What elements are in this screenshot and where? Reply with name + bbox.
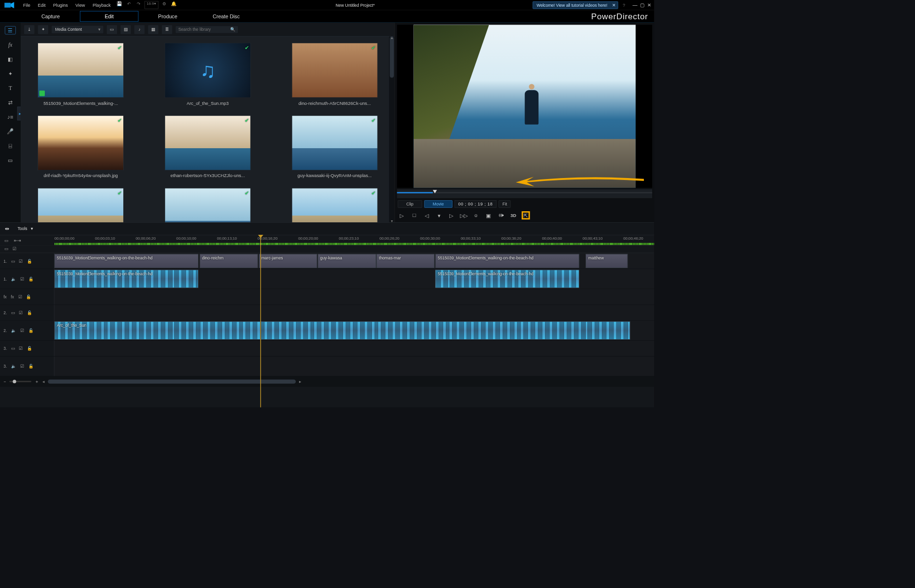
track-lane[interactable] (54, 341, 654, 356)
maximize-icon[interactable]: ▢ (640, 2, 644, 8)
preview-3d-toggle[interactable]: 3D (509, 211, 517, 219)
filter-image-icon[interactable]: ▧ (120, 25, 131, 34)
pip-room-icon[interactable]: ◧ (5, 55, 16, 63)
library-search[interactable]: 🔍 (176, 26, 238, 33)
stop-icon[interactable]: □ (410, 211, 418, 219)
fast-forward-icon[interactable]: ▷▷ (460, 211, 468, 219)
grid-view-icon[interactable]: ▦ (148, 25, 158, 34)
track-lock-icon[interactable]: 🔓 (27, 346, 32, 351)
window-close-icon[interactable]: ✕ (647, 2, 652, 8)
menu-view[interactable]: View (73, 1, 88, 9)
mode-capture[interactable]: Capture (21, 12, 80, 22)
notifications-icon[interactable]: 🔔 (170, 1, 178, 9)
track-header[interactable]: 2.▭☑🔓 (0, 305, 54, 320)
track-header[interactable]: 1.🔈☑🔓 (0, 269, 54, 289)
scroll-down-icon[interactable]: ▼ (389, 219, 394, 223)
split-icon[interactable]: ⇹ (5, 226, 9, 232)
mode-create-disc[interactable]: Create Disc (197, 12, 256, 22)
timeline-clip[interactable]: 5515039_MotionElements_walking-on-the-be… (435, 270, 579, 288)
track-enable-icon[interactable]: ☑ (20, 277, 24, 281)
scroll-up-icon[interactable]: ▲ (389, 36, 394, 39)
timeline-clip[interactable]: dino-reichm (199, 254, 258, 268)
track-header[interactable]: fxfx☑🔓 (0, 289, 54, 305)
timeline-clip[interactable]: 5515039_MotionElements_walking-on-the-be… (54, 270, 198, 288)
global-view-icon[interactable]: ▭ (4, 246, 8, 252)
track-header[interactable]: 3.🔈☑🔓 (0, 357, 54, 376)
audio-mix-room-icon[interactable]: ♪≡ (5, 113, 16, 121)
menu-playback[interactable]: Playback (90, 1, 114, 9)
chapter-room-icon[interactable]: ⌸ (5, 142, 16, 150)
zoom-slider[interactable] (9, 381, 31, 383)
library-item[interactable]: ♫✔Arc_of_the_Sun.mp3 (152, 43, 262, 106)
redo-icon[interactable]: ↷ (135, 1, 143, 9)
preview-timecode[interactable]: 00 ; 00 ; 19 ; 18 (455, 200, 497, 208)
track-enable-icon[interactable]: ☑ (19, 346, 23, 351)
plugins-icon[interactable]: ✦ (38, 25, 48, 34)
library-item[interactable]: ✔ (279, 188, 390, 222)
library-item[interactable]: ✔ (152, 188, 262, 222)
prev-frame-icon[interactable]: ◁ (422, 211, 431, 219)
track-lane[interactable]: Arc_of_the_Sun (54, 320, 654, 340)
mode-edit[interactable]: Edit (80, 11, 139, 22)
timeline-clip[interactable]: marc-james (259, 254, 317, 268)
track-lane[interactable] (54, 357, 654, 376)
ruler-toggle-a-icon[interactable]: ▭ (4, 238, 8, 243)
timeline-ruler[interactable]: ▭ ⇤⇥ 00;00;00;0000;00;03;1000;00;06;2000… (0, 235, 654, 245)
track-lock-icon[interactable]: 🔓 (26, 294, 31, 299)
preview-mode-movie[interactable]: Movie (424, 200, 453, 208)
save-icon[interactable]: 💾 (116, 1, 123, 9)
track-header[interactable]: 2.🔈☑🔓 (0, 320, 54, 340)
timeline-playhead[interactable] (261, 235, 261, 408)
library-item[interactable]: ✔ethan-robertson-SYx3UCHZJlo-uns... (152, 115, 262, 179)
library-item[interactable]: ✔guy-kawasaki-iij-QvyRAnM-unsplas... (279, 115, 390, 179)
library-filter-dropdown[interactable]: Media Content (52, 26, 103, 33)
preview-zoom-fit[interactable]: Fit (498, 200, 510, 208)
search-input[interactable] (178, 27, 230, 32)
tools-dropdown[interactable]: Tools ▾ (17, 226, 32, 231)
track-lane[interactable]: 5515039_MotionElements_walking-on-the-be… (54, 269, 654, 289)
track-header[interactable]: 3.▭☑🔓 (0, 341, 54, 356)
menu-edit[interactable]: Edit (35, 1, 48, 9)
track-lock-icon[interactable]: 🔓 (27, 258, 32, 263)
library-item[interactable]: ✔5515039_MotionElements_walking-... (26, 43, 136, 106)
filter-video-icon[interactable]: ▭ (107, 25, 117, 34)
undo-icon[interactable]: ↶ (125, 1, 133, 9)
ruler-toggle-b-icon[interactable]: ⇤⇥ (14, 238, 21, 243)
track-lane[interactable] (54, 305, 654, 320)
import-media-icon[interactable]: ⤓ (24, 25, 34, 34)
next-frame-icon[interactable]: ▷ (447, 211, 456, 219)
track-lock-icon[interactable]: 🔓 (28, 364, 34, 369)
global-check-icon[interactable]: ☑ (13, 246, 16, 252)
transition-room-icon[interactable]: ⇄ (5, 98, 16, 106)
menu-plugins[interactable]: Plugins (51, 1, 71, 9)
play-icon[interactable]: ▷ (398, 211, 406, 219)
library-item[interactable]: ✔drif-riadh-YpkuRn54y4w-unsplash.jpg (26, 115, 136, 179)
timeline-clip[interactable]: Arc_of_the_Sun (54, 321, 630, 340)
close-icon[interactable]: ✕ (612, 2, 615, 7)
track-lane[interactable]: 5515039_MotionElements_walking-on-the-be… (54, 253, 654, 268)
snapshot-icon[interactable]: ⌾ (472, 211, 480, 219)
track-lock-icon[interactable]: 🔓 (28, 328, 34, 333)
settings-icon[interactable]: ⚙ (160, 1, 168, 9)
minimize-icon[interactable]: — (632, 2, 637, 8)
fx-room-icon[interactable]: fx (5, 40, 16, 49)
hscroll-left-icon[interactable]: ◂ (42, 379, 44, 384)
timeline-clip[interactable]: 5515039_MotionElements_walking-on-the-be… (54, 254, 198, 268)
undock-preview-icon[interactable]: ⇱ (522, 211, 530, 219)
marker-strip[interactable] (54, 243, 654, 245)
subtitle-room-icon[interactable]: ▭ (5, 156, 16, 165)
set-range-icon[interactable]: ▾ (435, 211, 443, 219)
library-item[interactable]: ✔ (26, 188, 136, 222)
track-enable-icon[interactable]: ☑ (20, 328, 24, 333)
aspect-icon[interactable]: 16:9▾ (144, 1, 158, 9)
mode-produce[interactable]: Produce (138, 12, 197, 22)
track-enable-icon[interactable]: ☑ (20, 364, 24, 369)
track-header[interactable]: 1.▭☑🔓 (0, 253, 54, 268)
zoom-in-icon[interactable]: ＋ (35, 379, 39, 384)
preview-mode-clip[interactable]: Clip (398, 200, 422, 208)
library-item[interactable]: ✔dino-reichmuth-A5rCN8626Ck-uns... (279, 43, 390, 106)
timeline-clip[interactable]: 5515039_MotionElements_walking-on-the-be… (435, 254, 579, 268)
timeline-clip[interactable]: matthew (586, 254, 628, 268)
particle-room-icon[interactable]: ✦ (5, 69, 16, 77)
timeline-hscroll[interactable] (48, 380, 296, 384)
